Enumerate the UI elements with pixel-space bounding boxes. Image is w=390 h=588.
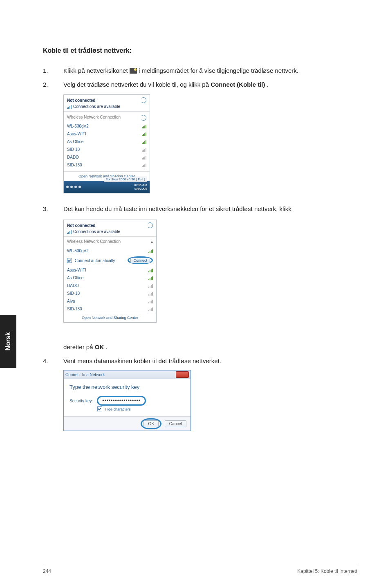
- network-item[interactable]: DADO: [67, 153, 146, 161]
- network-item[interactable]: WL-530gV2: [67, 122, 146, 130]
- network-item[interactable]: SID-10: [67, 146, 146, 153]
- network-item[interactable]: SID-10: [64, 290, 156, 297]
- popup-sub-text: Connections are available: [73, 104, 120, 109]
- fortikey-tooltip: FortiKey 2000 v5.30 ( Full ): [104, 177, 147, 182]
- page-number: 244: [43, 568, 51, 574]
- taskbar: FortiKey 2000 v5.30 ( Full ) 10:35 AM 9/…: [64, 181, 150, 193]
- checkbox-icon[interactable]: [97, 406, 102, 411]
- signal-bars-icon: [142, 148, 146, 152]
- popup-sub-text: Connections are available: [73, 229, 120, 234]
- ok-button[interactable]: OK: [143, 420, 158, 427]
- popup-category: Wireless Network Connection ▴: [64, 238, 156, 245]
- step-text: Det kan hende du må taste inn nettverksn…: [63, 204, 357, 214]
- taskbar-time: 10:35 AM: [133, 183, 147, 187]
- signal-bars-icon: [148, 284, 153, 288]
- network-item[interactable]: Asus-WIFI: [67, 130, 146, 138]
- networks-popup: Not connected Connections are available …: [63, 94, 150, 193]
- dialog-title: Connect to a Network: [65, 373, 105, 377]
- security-key-input[interactable]: ••••••••••••••••••: [97, 396, 146, 406]
- tray-icon: [78, 186, 81, 188]
- network-name: As Office: [67, 139, 83, 144]
- network-item[interactable]: As Office: [64, 274, 156, 282]
- auto-connect-label: Connect automatically: [75, 258, 115, 263]
- step2-post: .: [267, 81, 269, 88]
- network-name: WL-530gV2: [67, 124, 89, 128]
- close-button[interactable]: [176, 371, 189, 378]
- signal-bars-icon: [142, 163, 146, 167]
- network-name: DADO: [67, 283, 79, 288]
- dialog-heading: Type the network security key: [69, 384, 185, 390]
- step2-pre: Velg det trådløse nettverket du vil kobl…: [63, 81, 211, 88]
- popup-category: Wireless Network Connection: [67, 115, 146, 121]
- step-number-blank: [43, 342, 63, 352]
- popup-subtitle: Connections are available: [67, 104, 146, 109]
- taskbar-date: 9/4/2009: [133, 187, 147, 191]
- popup-subtitle: Connections are available: [67, 229, 153, 234]
- network-name: As Office: [67, 276, 83, 280]
- selected-network[interactable]: WL-530gV2: [64, 247, 156, 255]
- security-key-dialog: Connect to a Network Type the network se…: [63, 370, 191, 431]
- signal-bars-icon: [142, 124, 146, 128]
- network-name: SID-130: [67, 163, 82, 167]
- auto-connect[interactable]: Connect automatically: [67, 258, 115, 263]
- network-name: Alva: [67, 299, 75, 303]
- signal-bars-icon: [148, 292, 153, 296]
- signal-bars-icon: [142, 155, 146, 159]
- network-tray-icon: [130, 68, 137, 74]
- tray-icon: [70, 186, 73, 188]
- network-item[interactable]: SID-130: [64, 305, 156, 313]
- step3b-pre: deretter på: [63, 343, 95, 350]
- chevron-up-icon: [141, 115, 146, 121]
- signal-icon: [67, 105, 72, 109]
- open-network-center-link[interactable]: Open Network and Sharing Center: [64, 313, 156, 322]
- network-item[interactable]: Alva: [64, 297, 156, 305]
- cancel-button[interactable]: Cancel: [165, 420, 186, 427]
- section-heading: Koble til et trådløst nettverk:: [43, 47, 357, 54]
- tray-icon: [66, 186, 69, 188]
- tray-icons: [66, 186, 81, 188]
- hide-characters-label: Hide characters: [105, 407, 131, 411]
- chevron-up-icon: ▴: [151, 239, 153, 244]
- signal-bars-icon: [148, 276, 153, 280]
- network-name: Asus-WIFI: [67, 268, 86, 272]
- step2-bold: Connect (Koble til): [211, 81, 265, 88]
- network-item[interactable]: Asus-WIFI: [64, 266, 156, 274]
- step3b-post: .: [105, 343, 107, 350]
- signal-bars-icon: [148, 268, 153, 272]
- step-text: Klikk på nettverksikonet i meldingsområd…: [63, 66, 357, 76]
- networks-popup-connect: Not connected Connections are available …: [63, 220, 157, 323]
- hide-characters[interactable]: Hide characters: [97, 406, 185, 411]
- checkbox-icon[interactable]: [67, 258, 72, 263]
- network-item[interactable]: DADO: [64, 282, 156, 290]
- popup-category-label: Wireless Network Connection: [67, 115, 121, 121]
- refresh-icon[interactable]: [141, 97, 146, 103]
- network-name: DADO: [67, 155, 79, 159]
- refresh-icon[interactable]: [147, 222, 153, 228]
- popup-category-label: Wireless Network Connection: [67, 239, 121, 244]
- signal-bars-icon: [148, 307, 153, 311]
- step-number: 3.: [43, 204, 63, 214]
- popup-title: Not connected: [67, 223, 153, 228]
- network-item[interactable]: SID-130: [67, 161, 146, 169]
- popup-title: Not connected: [67, 98, 146, 103]
- network-name: WL-530gV2: [67, 249, 89, 253]
- footer-separator: [43, 564, 357, 564]
- connect-row: Connect automatically Connect: [64, 255, 156, 266]
- highlight-circle: OK: [141, 418, 161, 429]
- signal-bars-icon: [142, 132, 146, 136]
- network-name: SID-10: [67, 147, 80, 152]
- chapter-title: Kapittel 5: Koble til Internett: [297, 568, 357, 574]
- security-key-label: Security key:: [69, 399, 93, 403]
- signal-icon: [67, 230, 72, 234]
- language-tab-label: Norsk: [4, 332, 12, 350]
- signal-bars-icon: [148, 249, 153, 253]
- network-name: SID-10: [67, 291, 80, 296]
- network-item[interactable]: As Office: [67, 138, 146, 146]
- tray-icon: [74, 186, 77, 188]
- connect-button[interactable]: Connect: [130, 258, 150, 263]
- network-name: Asus-WIFI: [67, 132, 86, 136]
- step-number: 4.: [43, 356, 63, 366]
- network-name: SID-130: [67, 307, 82, 311]
- step-number: 2.: [43, 80, 63, 90]
- step3b-bold: OK: [95, 343, 104, 350]
